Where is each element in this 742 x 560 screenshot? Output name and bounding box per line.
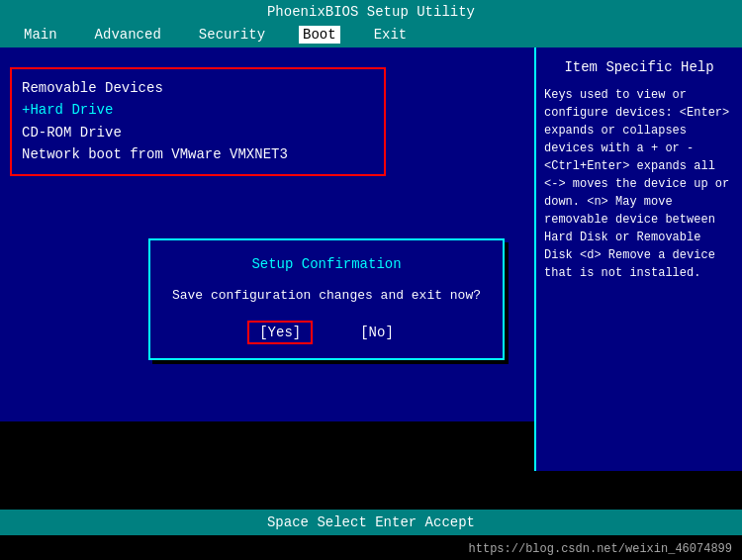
dialog-title: Setup Confirmation xyxy=(170,256,483,272)
menu-item-advanced[interactable]: Advanced xyxy=(91,26,165,44)
help-text: Keys used to view or configure devices: … xyxy=(544,86,734,282)
menu-item-boot[interactable]: Boot xyxy=(299,26,340,44)
dialog-box: Setup Confirmation Save configuration ch… xyxy=(148,238,505,360)
main-content: Removable Devices +Hard Drive CD-ROM Dri… xyxy=(0,46,742,471)
status-bar: Space Select Enter Accept xyxy=(0,510,742,535)
menu-item-main[interactable]: Main xyxy=(20,26,61,44)
right-panel: Item Specific Help Keys used to view or … xyxy=(534,47,742,471)
black-bar xyxy=(0,421,534,471)
title-bar: PhoenixBIOS Setup Utility xyxy=(0,0,742,24)
dialog-overlay: Setup Confirmation Save configuration ch… xyxy=(0,47,534,471)
dialog-yes-button[interactable]: [Yes] xyxy=(249,323,311,342)
dialog-buttons: [Yes] [No] xyxy=(170,323,483,342)
menu-bar: Main Advanced Security Boot Exit xyxy=(0,24,742,46)
url-bar: https://blog.csdn.net/weixin_46074899 xyxy=(0,538,742,560)
dialog-message: Save configuration changes and exit now? xyxy=(170,288,483,303)
dialog-no-button[interactable]: [No] xyxy=(350,323,404,342)
help-title: Item Specific Help xyxy=(544,57,734,78)
menu-item-security[interactable]: Security xyxy=(195,26,269,44)
left-panel: Removable Devices +Hard Drive CD-ROM Dri… xyxy=(0,47,534,471)
app-title: PhoenixBIOS Setup Utility xyxy=(267,4,475,20)
menu-item-exit[interactable]: Exit xyxy=(370,26,412,44)
